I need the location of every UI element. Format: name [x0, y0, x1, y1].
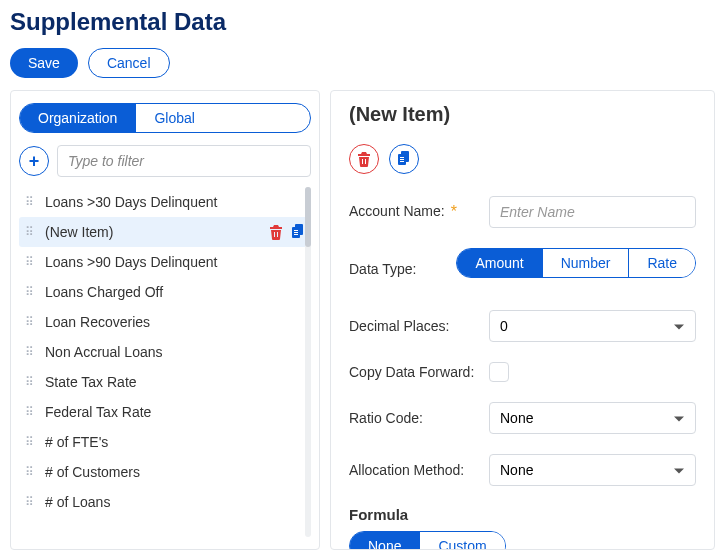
data-type-toggle: Amount Number Rate	[456, 248, 696, 278]
filter-input[interactable]	[57, 145, 311, 177]
list-item-label: State Tax Rate	[45, 374, 305, 390]
detail-panel: ⠿⠿ (New Item) Account Name:*	[330, 90, 715, 550]
list-item[interactable]: ⠿ Federal Tax Rate	[19, 397, 311, 427]
item-list-panel: Organization Global + ⠿ Loans >30 Days D…	[10, 90, 320, 550]
account-name-input[interactable]	[489, 196, 696, 228]
detail-title: (New Item)	[349, 103, 696, 126]
drag-handle-icon[interactable]: ⠿	[25, 349, 35, 355]
list-item[interactable]: ⠿ Loans >30 Days Delinquent	[19, 187, 311, 217]
list-item[interactable]: ⠿ # of Loans	[19, 487, 311, 517]
data-type-rate[interactable]: Rate	[628, 249, 695, 277]
allocation-method-label: Allocation Method:	[349, 462, 489, 478]
formula-toggle: None Custom	[349, 531, 506, 550]
panel-splitter-handle[interactable]: ⠿⠿	[330, 316, 331, 324]
decimal-places-label: Decimal Places:	[349, 318, 489, 334]
svg-rect-4	[294, 234, 298, 235]
delete-detail-button[interactable]	[349, 144, 379, 174]
duplicate-detail-button[interactable]	[389, 144, 419, 174]
allocation-method-select[interactable]: None	[489, 454, 696, 486]
duplicate-item-button[interactable]	[291, 224, 305, 240]
list-item[interactable]: ⠿ # of Customers	[19, 457, 311, 487]
list-item[interactable]: ⠿ Loans Charged Off	[19, 277, 311, 307]
plus-icon: +	[29, 151, 40, 172]
required-indicator: *	[451, 203, 457, 220]
trash-icon	[357, 151, 371, 167]
formula-custom[interactable]: Custom	[419, 532, 504, 550]
list-item-label: # of Customers	[45, 464, 305, 480]
svg-rect-7	[400, 157, 404, 158]
drag-handle-icon[interactable]: ⠿	[25, 439, 35, 445]
drag-handle-icon[interactable]: ⠿	[25, 259, 35, 265]
list-item-label: Loans Charged Off	[45, 284, 305, 300]
cancel-button[interactable]: Cancel	[88, 48, 170, 78]
account-name-label: Account Name:*	[349, 203, 489, 221]
data-type-label: Data Type:	[349, 261, 456, 277]
list-item-label: Non Accrual Loans	[45, 344, 305, 360]
list-item-label: Loan Recoveries	[45, 314, 305, 330]
svg-rect-9	[400, 161, 404, 162]
save-button[interactable]: Save	[10, 48, 78, 78]
scope-toggle: Organization Global	[19, 103, 311, 133]
list-item-label: Loans >90 Days Delinquent	[45, 254, 305, 270]
list-item[interactable]: ⠿ (New Item)	[19, 217, 311, 247]
ratio-code-select[interactable]: None	[489, 402, 696, 434]
decimal-places-select[interactable]: 0	[489, 310, 696, 342]
drag-handle-icon[interactable]: ⠿	[25, 289, 35, 295]
duplicate-icon	[397, 151, 411, 167]
scope-tab-global[interactable]: Global	[135, 104, 212, 132]
drag-handle-icon[interactable]: ⠿	[25, 229, 35, 235]
list-item[interactable]: ⠿ Non Accrual Loans	[19, 337, 311, 367]
list-item-label: (New Item)	[45, 224, 259, 240]
list-item-label: # of Loans	[45, 494, 305, 510]
page-title: Supplemental Data	[0, 0, 725, 44]
drag-handle-icon[interactable]: ⠿	[25, 469, 35, 475]
delete-item-button[interactable]	[269, 224, 283, 240]
list-item[interactable]: ⠿ # of FTE's	[19, 427, 311, 457]
formula-section-heading: Formula	[349, 506, 696, 523]
list-item[interactable]: ⠿ Loans >90 Days Delinquent	[19, 247, 311, 277]
list-item[interactable]: ⠿ Loan Recoveries	[19, 307, 311, 337]
svg-rect-3	[294, 232, 298, 233]
svg-rect-2	[294, 230, 298, 231]
drag-handle-icon[interactable]: ⠿	[25, 409, 35, 415]
top-action-bar: Save Cancel	[0, 44, 725, 90]
list-item-label: Federal Tax Rate	[45, 404, 305, 420]
copy-forward-label: Copy Data Forward:	[349, 364, 489, 380]
trash-icon	[269, 224, 283, 240]
list-scrollbar-thumb[interactable]	[305, 187, 311, 247]
data-type-amount[interactable]: Amount	[457, 249, 541, 277]
drag-handle-icon[interactable]: ⠿	[25, 499, 35, 505]
svg-rect-8	[400, 159, 404, 160]
duplicate-icon	[291, 224, 305, 240]
drag-handle-icon[interactable]: ⠿	[25, 199, 35, 205]
drag-handle-icon[interactable]: ⠿	[25, 379, 35, 385]
scope-tab-organization[interactable]: Organization	[20, 104, 135, 132]
list-item-label: Loans >30 Days Delinquent	[45, 194, 305, 210]
ratio-code-label: Ratio Code:	[349, 410, 489, 426]
item-list: ⠿ Loans >30 Days Delinquent ⠿ (New Item)	[19, 187, 311, 537]
data-type-number[interactable]: Number	[542, 249, 629, 277]
add-item-button[interactable]: +	[19, 146, 49, 176]
formula-none[interactable]: None	[350, 532, 419, 550]
list-item-label: # of FTE's	[45, 434, 305, 450]
drag-handle-icon[interactable]: ⠿	[25, 319, 35, 325]
list-item[interactable]: ⠿ State Tax Rate	[19, 367, 311, 397]
copy-forward-checkbox[interactable]	[489, 362, 509, 382]
